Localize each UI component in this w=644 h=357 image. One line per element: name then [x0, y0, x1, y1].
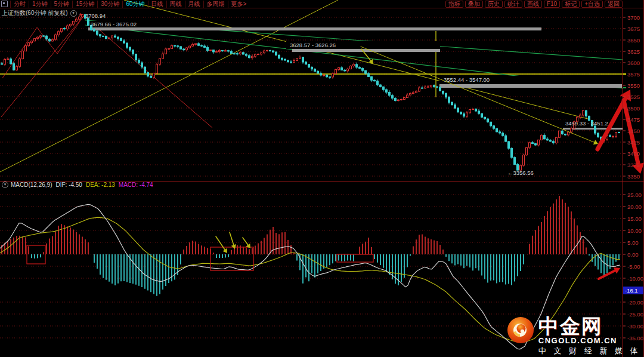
svg-text:3459.33 - 3451.2: 3459.33 - 3451.2	[565, 120, 608, 127]
svg-text:10.00: 10.00	[627, 227, 642, 234]
svg-text:3650: 3650	[627, 37, 640, 44]
svg-text:3525: 3525	[627, 94, 640, 100]
period-tab-6[interactable]: 日线	[148, 1, 166, 8]
tool-button-6[interactable]: 标记	[562, 1, 580, 8]
period-tabs: 分时1分钟5分钟15分钟30分钟60分钟日线周线月线多周期更多>	[0, 1, 249, 8]
svg-text:15.00: 15.00	[627, 216, 642, 222]
macd-dea-value: DEA: -2.13	[86, 181, 115, 188]
period-tab-7[interactable]: 周线	[166, 1, 185, 8]
period-tab-10[interactable]: 更多>	[228, 1, 250, 8]
tool-button-0[interactable]: 指标	[445, 1, 463, 8]
macd-histogram	[2, 196, 619, 296]
cngold-logo-icon	[506, 316, 535, 344]
gridlines	[0, 17, 623, 338]
svg-text:3425: 3425	[627, 139, 640, 146]
period-tab-8[interactable]: 月线	[185, 1, 203, 8]
svg-text:3550: 3550	[627, 82, 640, 89]
period-tab-2[interactable]: 5分钟	[51, 1, 73, 8]
period-tab-1[interactable]: 1分钟	[29, 1, 51, 8]
tool-button-7[interactable]: +自选	[581, 1, 603, 8]
period-tab-9[interactable]: 多周期	[203, 1, 228, 8]
svg-text:3350: 3350	[627, 173, 640, 180]
macd-macd-value: MACD: -4.74	[119, 181, 153, 188]
svg-text:-16.1: -16.1	[625, 287, 638, 294]
svg-text:3500: 3500	[627, 105, 640, 112]
support-zones	[88, 21, 623, 130]
symbol-row: 上证指数(60分钟 前复权) ▾	[2, 9, 77, 17]
svg-text:3675: 3675	[627, 26, 640, 32]
svg-text:25.00: 25.00	[627, 192, 642, 198]
macd-value-tag: -16.1	[623, 287, 643, 294]
svg-text:-20.00: -20.00	[627, 299, 643, 306]
svg-text:3679.66 - 3675.02: 3679.66 - 3675.02	[91, 21, 137, 27]
price-axis: 3700367536503625360035753550352535003475…	[0, 0, 644, 357]
tool-button-1[interactable]: 叠加	[465, 1, 483, 8]
svg-text:3575: 3575	[627, 71, 640, 78]
brand-name: 中金网	[538, 316, 640, 336]
macd-dif-value: DIF: -4.50	[55, 181, 82, 188]
svg-text:3375: 3375	[627, 162, 640, 168]
svg-text:3708.94: 3708.94	[85, 13, 106, 19]
period-tab-3[interactable]: 15分钟	[72, 1, 97, 8]
tool-button-3[interactable]: 统计	[504, 1, 522, 8]
svg-text:3628.57 - 3626.26: 3628.57 - 3626.26	[290, 42, 336, 48]
svg-text:3552.44 - 3547.00: 3552.44 - 3547.00	[444, 76, 490, 83]
period-tab-0[interactable]: 分时	[10, 1, 29, 8]
cngold-watermark: 中金网 CNGOLD.COM.CN 中 文 财 经 新 媒 体	[506, 316, 640, 356]
chart-annotations: 3679.66 - 3675.023628.57 - 3626.263552.4…	[79, 12, 608, 176]
tool-buttons: 指标叠加历史统计画线F10标记+自选返回	[444, 1, 644, 8]
macd-settings-icon[interactable]: ▾	[2, 181, 8, 188]
brand-domain: CNGOLD.COM.CN	[538, 336, 640, 345]
tool-button-8[interactable]: 返回	[605, 1, 623, 8]
svg-text:3400: 3400	[627, 150, 640, 157]
candlesticks	[1, 14, 620, 170]
svg-text:-10.00: -10.00	[627, 275, 643, 282]
top-toolbar: 分时1分钟5分钟15分钟30分钟60分钟日线周线月线多周期更多> 指标叠加历史统…	[0, 0, 644, 8]
tool-button-5[interactable]: F10	[544, 1, 560, 8]
brand-tagline: 中 文 财 经 新 媒 体	[538, 346, 640, 356]
svg-text:3600: 3600	[627, 60, 640, 66]
symbol-title: 上证指数(60分钟 前复权)	[2, 9, 68, 17]
macd-indicator-name[interactable]: MACD(12,26,9)	[11, 181, 52, 188]
svg-text:3450: 3450	[627, 128, 640, 134]
tool-button-2[interactable]: 历史	[485, 1, 503, 8]
svg-text:3625: 3625	[627, 48, 640, 55]
symbol-dropdown-icon[interactable]: ▾	[70, 10, 77, 17]
svg-text:←3356.56: ←3356.56	[507, 170, 534, 176]
svg-text:20.00: 20.00	[627, 204, 642, 210]
period-tab-5[interactable]: 60分钟	[122, 1, 147, 8]
svg-text:3475: 3475	[627, 116, 640, 123]
app-icon[interactable]	[1, 1, 8, 7]
svg-text:3700: 3700	[627, 14, 640, 21]
svg-text:-5.00: -5.00	[627, 263, 640, 270]
svg-text:5.00: 5.00	[627, 239, 639, 246]
svg-text:*: *	[79, 12, 82, 20]
price-and-macd-chart[interactable]: 3679.66 - 3675.023628.57 - 3626.263552.4…	[0, 0, 644, 357]
tool-button-4[interactable]: 画线	[524, 1, 542, 8]
period-tab-4[interactable]: 30分钟	[97, 1, 122, 8]
macd-header: ▾ MACD(12,26,9) DIF: -4.50 DEA: -2.13 MA…	[2, 181, 153, 188]
svg-text:0.00: 0.00	[627, 251, 639, 258]
trading-app-window: 3679.66 - 3675.023628.57 - 3626.263552.4…	[0, 0, 644, 357]
